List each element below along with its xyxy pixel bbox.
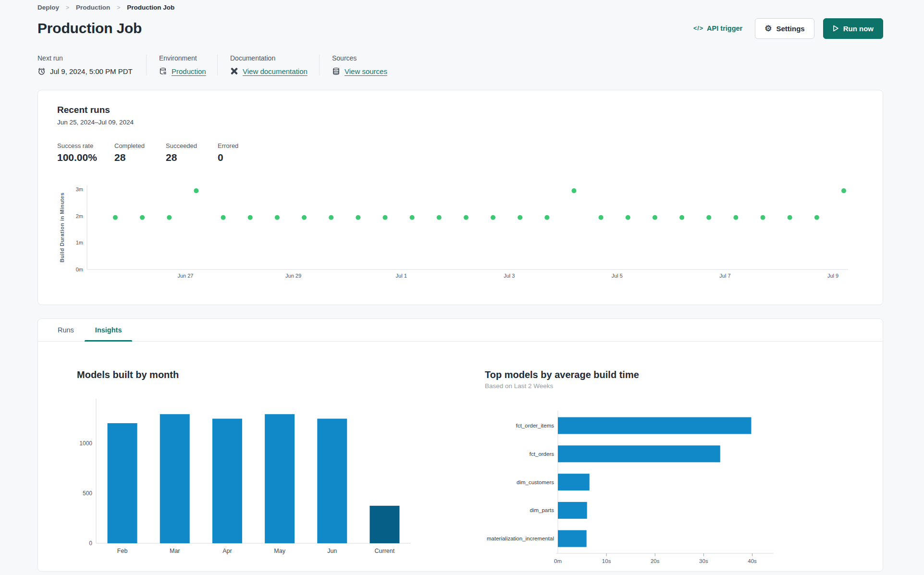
environment-link[interactable]: Production: [172, 67, 206, 75]
svg-text:May: May: [274, 548, 285, 554]
svg-text:Jul 5: Jul 5: [612, 273, 623, 279]
breadcrumb: Deploy > Production > Production Job: [37, 3, 883, 11]
database-icon: [159, 67, 167, 75]
breadcrumb-deploy[interactable]: Deploy: [37, 4, 59, 11]
recent-runs-date-range: Jun 25, 2024–Jul 09, 2024: [57, 119, 863, 126]
svg-text:20s: 20s: [651, 558, 660, 564]
stat-label: Success rate: [57, 142, 114, 149]
tab-bar: Runs Insights: [38, 319, 883, 342]
stat-label: Completed: [114, 142, 166, 149]
stat-label: Errored: [218, 142, 238, 149]
next-run-value: Jul 9, 2024, 5:00 PM PDT: [50, 67, 133, 75]
svg-text:fct_order_items: fct_order_items: [516, 423, 554, 428]
build-duration-scatter-chart: 0m1m2m3mJun 27Jun 29Jul 1Jul 3Jul 5Jul 7…: [57, 185, 863, 283]
meta-environment: Environment Production: [146, 54, 217, 75]
settings-button[interactable]: ⚙ Settings: [755, 18, 814, 39]
meta-documentation: Documentation View documentation: [217, 54, 319, 75]
svg-text:30s: 30s: [699, 558, 708, 564]
run-now-button[interactable]: Run now: [823, 18, 883, 39]
svg-text:dim_customers: dim_customers: [517, 479, 554, 485]
models-built-title: Models built by month: [77, 369, 485, 380]
api-trigger-link[interactable]: </> API trigger: [693, 24, 742, 32]
svg-text:Feb: Feb: [117, 548, 128, 554]
stat-label: Succeeded: [166, 142, 218, 149]
meta-label: Sources: [332, 54, 387, 62]
meta-next-run: Next run Jul 9, 2024, 5:00 PM PDT: [37, 54, 146, 75]
sources-icon: [332, 67, 340, 75]
svg-text:500: 500: [83, 490, 92, 497]
dbt-logo-icon: [230, 67, 238, 75]
svg-text:Build Duration in Minutes: Build Duration in Minutes: [59, 193, 65, 263]
svg-text:Jun 29: Jun 29: [285, 273, 301, 279]
insights-card: Runs Insights Models built by month 0500…: [37, 318, 883, 572]
page-header: Production Job </> API trigger ⚙ Setting…: [37, 17, 883, 40]
meta-sources: Sources View sources: [319, 54, 400, 75]
stat-success-rate: Success rate 100.00%: [57, 142, 114, 163]
stat-value: 28: [114, 152, 166, 163]
svg-text:fct_orders: fct_orders: [530, 451, 554, 457]
tab-runs[interactable]: Runs: [47, 319, 85, 341]
meta-label: Environment: [159, 54, 205, 62]
breadcrumb-production-job: Production Job: [127, 4, 174, 11]
meta-label: Next run: [37, 54, 134, 62]
production-job-page: Deploy > Production > Production Job Pro…: [0, 0, 924, 575]
api-trigger-label: API trigger: [707, 24, 742, 32]
svg-text:Jul 1: Jul 1: [396, 273, 407, 279]
tab-runs-label: Runs: [58, 326, 74, 334]
svg-text:Jun 27: Jun 27: [177, 273, 193, 279]
svg-text:2m: 2m: [76, 213, 83, 219]
play-icon: [833, 25, 839, 32]
tab-insights[interactable]: Insights: [85, 319, 133, 341]
clock-icon: [37, 67, 46, 75]
svg-text:3m: 3m: [76, 186, 83, 192]
svg-text:1m: 1m: [76, 240, 83, 245]
view-sources-link[interactable]: View sources: [345, 67, 387, 75]
breadcrumb-separator-icon: >: [66, 4, 69, 11]
gear-icon: ⚙: [764, 24, 772, 33]
models-built-chart-block: Models built by month 05001000FebMarAprM…: [77, 369, 485, 570]
code-icon: </>: [693, 25, 703, 32]
stat-value: 28: [166, 152, 218, 163]
stat-succeeded: Succeeded 28: [166, 142, 218, 163]
top-models-hbar-chart: 0m10s20s30s40sfct_order_itemsfct_ordersd…: [485, 402, 873, 570]
svg-text:40s: 40s: [748, 558, 757, 564]
breadcrumb-production[interactable]: Production: [76, 4, 110, 11]
svg-text:10s: 10s: [602, 558, 611, 564]
models-built-bar-chart: 05001000FebMarAprMayJunCurrent: [77, 385, 485, 560]
svg-text:Current: Current: [375, 548, 395, 554]
header-actions: </> API trigger ⚙ Settings Run now: [693, 18, 883, 39]
insights-charts-row: Models built by month 05001000FebMarAprM…: [38, 342, 883, 570]
top-models-chart-block: Top models by average build time Based o…: [485, 369, 873, 570]
svg-text:0: 0: [89, 540, 92, 547]
active-tab-underline: [85, 340, 133, 342]
svg-text:Jul 3: Jul 3: [504, 273, 515, 279]
stat-completed: Completed 28: [114, 142, 166, 163]
stat-value: 100.00%: [57, 152, 114, 163]
recent-runs-card: Recent runs Jun 25, 2024–Jul 09, 2024 Su…: [37, 90, 883, 305]
svg-text:1000: 1000: [79, 440, 92, 447]
stat-value: 0: [218, 152, 238, 163]
svg-text:Jul 9: Jul 9: [827, 273, 838, 279]
recent-runs-title: Recent runs: [57, 105, 863, 115]
run-now-label: Run now: [843, 24, 874, 33]
top-models-title: Top models by average build time: [485, 369, 873, 380]
top-models-subtitle: Based on Last 2 Weeks: [485, 382, 873, 390]
svg-text:Jul 7: Jul 7: [719, 273, 730, 279]
svg-text:materialization_incremental: materialization_incremental: [487, 536, 554, 541]
svg-text:0m: 0m: [554, 558, 562, 564]
stat-errored: Errored 0: [218, 142, 238, 163]
job-meta-row: Next run Jul 9, 2024, 5:00 PM PDT Enviro…: [37, 54, 883, 75]
svg-text:Apr: Apr: [222, 548, 232, 554]
svg-text:dim_parts: dim_parts: [530, 507, 554, 513]
svg-text:Mar: Mar: [170, 548, 180, 554]
settings-label: Settings: [776, 24, 804, 33]
tab-insights-label: Insights: [95, 326, 122, 334]
svg-text:0m: 0m: [76, 267, 83, 272]
breadcrumb-separator-icon: >: [117, 4, 120, 11]
page-title: Production Job: [37, 20, 142, 37]
view-documentation-link[interactable]: View documentation: [243, 67, 308, 75]
recent-runs-stats: Success rate 100.00% Completed 28 Succee…: [57, 142, 863, 163]
svg-text:Jun: Jun: [327, 548, 337, 554]
meta-label: Documentation: [230, 54, 307, 62]
